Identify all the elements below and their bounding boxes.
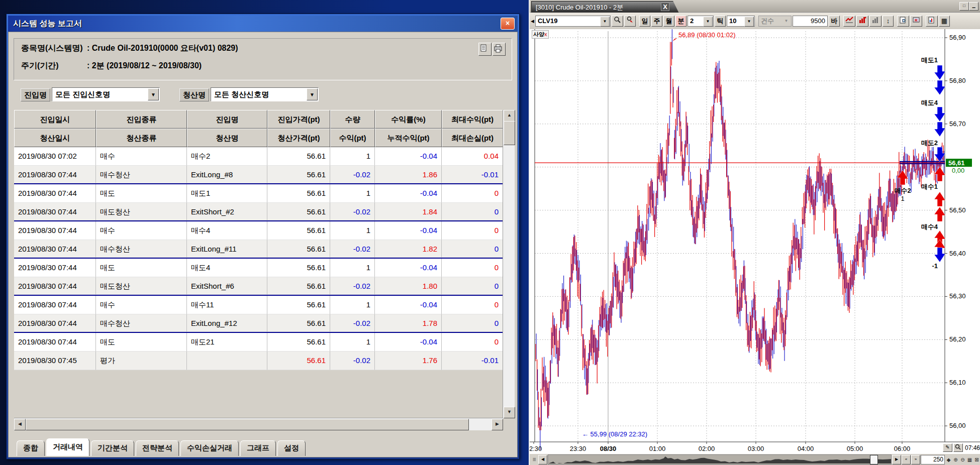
scroll-up-icon[interactable]: ▲ bbox=[504, 110, 515, 122]
column-header[interactable]: 수익(pt) bbox=[330, 129, 375, 147]
signal-bars-icon[interactable] bbox=[856, 16, 868, 27]
table-row[interactable]: 2019/08/30 07:44매도매도2156.611-0.040 bbox=[14, 333, 515, 352]
overlay-close-icon[interactable]: x bbox=[544, 31, 547, 37]
hscroll-thumb[interactable] bbox=[26, 419, 469, 430]
vscroll-thumb[interactable] bbox=[504, 121, 515, 145]
copy-icon[interactable] bbox=[478, 43, 492, 56]
svg-text:05:00: 05:00 bbox=[847, 445, 863, 452]
horizontal-scrollbar[interactable]: ◀ ▶ bbox=[14, 418, 503, 430]
search-icon[interactable] bbox=[612, 16, 623, 27]
nav-zoom-out-icon[interactable]: ⊖ bbox=[959, 457, 966, 462]
period-weekly-button[interactable]: 주 bbox=[651, 16, 662, 27]
exit-filter-select[interactable]: 모든 청산신호명 ▼ bbox=[211, 87, 319, 101]
column-header[interactable]: 청산일시 bbox=[14, 129, 96, 147]
chart-area[interactable]: 사양x 56,89 (08/30 01:02)← 55,99 (08/29 22… bbox=[530, 29, 980, 453]
column-header[interactable]: 최대손실(pt) bbox=[442, 129, 503, 147]
replay-window-icon[interactable]: R bbox=[910, 16, 922, 27]
nav-left-icon[interactable]: ◀ bbox=[538, 455, 547, 464]
table-cell: 매수청산 bbox=[96, 166, 187, 183]
entry-filter-select[interactable]: 모든 진입신호명 ▼ bbox=[52, 87, 160, 101]
period-monthly-button[interactable]: 월 bbox=[663, 16, 674, 27]
column-header[interactable]: 최대수익(pt) bbox=[442, 110, 503, 129]
nav-close-icon[interactable]: ⊠ bbox=[973, 457, 980, 462]
nav-diamond-icon[interactable]: ◆ bbox=[945, 457, 952, 462]
tab-기간분석[interactable]: 기간분석 bbox=[91, 440, 134, 456]
table-row[interactable]: 2019/08/30 07:45평가56.61-0.021.76-0.01 bbox=[14, 352, 515, 370]
period-tick-button[interactable]: 틱 bbox=[715, 16, 726, 27]
column-header[interactable]: 수량 bbox=[330, 110, 375, 129]
print-icon[interactable] bbox=[493, 43, 506, 56]
nav-right-icon[interactable]: ▶ bbox=[892, 455, 901, 464]
table-row[interactable]: 2019/08/30 07:44매도청산ExitShort_#656.61-0.… bbox=[14, 277, 515, 296]
titlebar[interactable]: 시스템 성능 보고서 × bbox=[8, 16, 518, 32]
strategy-overlay-tag[interactable]: 사양x bbox=[532, 30, 549, 39]
column-header[interactable]: 청산종류 bbox=[96, 129, 187, 147]
chart-tab-close-icon[interactable]: X bbox=[661, 3, 669, 11]
nav-bars-input[interactable]: 250 bbox=[921, 455, 945, 464]
scroll-left-icon[interactable]: ◀ bbox=[14, 419, 26, 430]
bar-count-apply-button[interactable]: 바 bbox=[829, 16, 840, 27]
window-restore-icon[interactable]: □ bbox=[959, 2, 969, 11]
table-row[interactable]: 2019/08/30 07:44매수매수456.611-0.040 bbox=[14, 221, 515, 240]
tab-그래프[interactable]: 그래프 bbox=[240, 440, 276, 456]
column-header[interactable]: 진입가격(pt) bbox=[267, 110, 330, 129]
chevron-down-icon[interactable]: ▼ bbox=[307, 88, 318, 100]
volume-bars-icon[interactable] bbox=[869, 16, 881, 27]
tab-거래내역[interactable]: 거래내역 bbox=[46, 438, 89, 456]
column-header[interactable]: 청산명 bbox=[187, 129, 267, 147]
price-chart-svg[interactable]: 56,89 (08/30 01:02)← 55,99 (08/29 22:32)… bbox=[530, 29, 980, 453]
grip-icon[interactable]: ≡ bbox=[531, 456, 538, 463]
column-header[interactable]: 청산가격(pt) bbox=[267, 129, 330, 147]
search-jump-icon[interactable] bbox=[624, 16, 636, 27]
period-daily-button[interactable]: 일 bbox=[639, 16, 650, 27]
period-minute-button[interactable]: 분 bbox=[675, 16, 687, 27]
bar-count-input[interactable]: 9500 bbox=[793, 16, 828, 27]
nav-thumb[interactable] bbox=[870, 455, 878, 464]
table-cell: -0.04 bbox=[375, 333, 442, 352]
scroll-right-icon[interactable]: ▶ bbox=[492, 419, 503, 430]
nav-grid-icon[interactable]: ▦ bbox=[966, 457, 973, 462]
column-header[interactable]: 진입명 bbox=[187, 110, 267, 129]
zoom-tool-icon[interactable] bbox=[953, 443, 963, 452]
tick-value-select[interactable]: 10 ▼ bbox=[727, 16, 755, 27]
nav-rewind-icon[interactable]: « bbox=[902, 455, 911, 464]
tab-설정[interactable]: 설정 bbox=[277, 440, 306, 456]
tab-수익손실거래[interactable]: 수익손실거래 bbox=[180, 440, 239, 456]
chart-report-icon[interactable] bbox=[926, 16, 938, 27]
grid-icon[interactable]: ▦ bbox=[939, 16, 950, 27]
close-icon[interactable]: × bbox=[501, 18, 515, 30]
vertical-scrollbar[interactable]: ▲ ▼ bbox=[503, 110, 515, 418]
tab-전략분석[interactable]: 전략분석 bbox=[136, 440, 179, 456]
updown-arrows-icon[interactable]: ↕ bbox=[883, 16, 894, 27]
column-header[interactable]: 진입종류 bbox=[96, 110, 187, 129]
column-header[interactable]: 수익률(%) bbox=[375, 110, 442, 129]
column-header[interactable]: 누적수익(pt) bbox=[375, 129, 442, 147]
column-header[interactable]: 진입일시 bbox=[14, 110, 96, 129]
window-minimize-icon[interactable]: ▁ bbox=[969, 2, 978, 11]
table-row[interactable]: 2019/08/30 07:44매수매수1156.611-0.040 bbox=[14, 296, 515, 314]
data-window-icon[interactable]: D bbox=[897, 16, 909, 27]
scroll-down-icon[interactable]: ▼ bbox=[504, 407, 515, 418]
table-cell: 1.82 bbox=[375, 240, 442, 258]
chart-tab[interactable]: [3010] Crude Oil-201910 - 2분 X bbox=[531, 1, 679, 13]
collapse-left-icon[interactable]: ◀ bbox=[531, 19, 534, 24]
table-row[interactable]: 2019/08/30 07:44매수청산ExitLong_#1256.61-0.… bbox=[14, 314, 515, 333]
table-header-row: 진입일시진입종류진입명진입가격(pt)수량수익률(%)최대수익(pt) bbox=[14, 110, 515, 129]
nav-minimap[interactable] bbox=[548, 454, 892, 465]
minute-value-select[interactable]: 2 ▼ bbox=[688, 16, 714, 27]
table-row[interactable]: 2019/08/30 07:44매도매도456.611-0.040 bbox=[14, 259, 515, 277]
table-row[interactable]: 2019/08/30 07:44매도청산ExitShort_#256.61-0.… bbox=[14, 203, 515, 221]
table-row[interactable]: 2019/08/30 07:44매도매도156.611-0.040 bbox=[14, 184, 515, 203]
draw-tool-icon[interactable]: ✎ bbox=[943, 443, 952, 452]
tab-종합[interactable]: 종합 bbox=[17, 440, 45, 456]
table-row[interactable]: 2019/08/30 07:02매수매수256.611-0.040.04 bbox=[14, 147, 515, 166]
chevron-down-icon[interactable]: ▼ bbox=[148, 88, 159, 100]
symbol-select[interactable]: CLV19 ▼ bbox=[535, 16, 611, 27]
table-row[interactable]: 2019/08/30 07:44매수청산ExitLong_#856.61-0.0… bbox=[14, 166, 515, 184]
trendline-icon[interactable] bbox=[843, 16, 855, 27]
axis-tools: ✎ 07:46 bbox=[943, 443, 980, 452]
table-row[interactable]: 2019/08/30 07:44매수청산ExitLong_#1156.61-0.… bbox=[14, 240, 515, 259]
nav-forward-icon[interactable]: » bbox=[911, 455, 920, 464]
svg-text:56,40: 56,40 bbox=[949, 250, 966, 257]
nav-zoom-in-icon[interactable]: ⊕ bbox=[952, 457, 959, 462]
